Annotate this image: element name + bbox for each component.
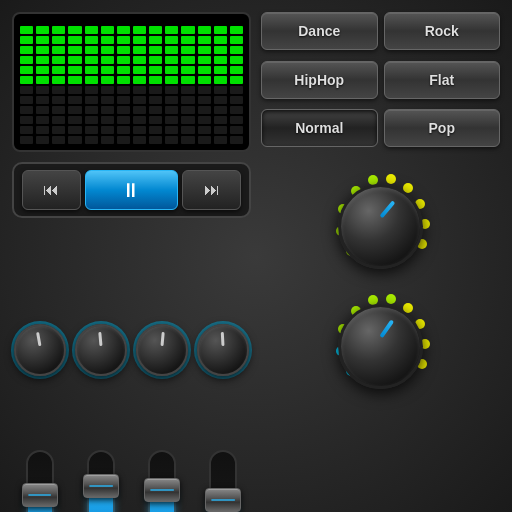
eq-seg: [165, 116, 178, 124]
knob2-wrap: [75, 324, 127, 376]
eq-seg: [52, 26, 65, 34]
eq-seg: [20, 106, 33, 114]
eq-seg: [68, 76, 81, 84]
eq-seg: [36, 136, 49, 144]
eq-seg: [52, 86, 65, 94]
eq-seg: [52, 126, 65, 134]
eq-seg: [133, 96, 146, 104]
eq-seg: [36, 66, 49, 74]
eq-bar-group-3: [68, 26, 81, 144]
preset-btn-dance[interactable]: Dance: [261, 12, 378, 50]
eq-seg: [230, 96, 243, 104]
slider-thumb-2[interactable]: [144, 478, 180, 502]
eq-seg: [198, 96, 211, 104]
preset-btn-hiphop[interactable]: HipHop: [261, 61, 378, 99]
eq-seg: [133, 36, 146, 44]
app-container: DanceRockHipHopFlatNormalPop ⏮ ⏸ ⏭: [0, 0, 512, 512]
eq-bar-group-1: [36, 26, 49, 144]
eq-seg: [52, 116, 65, 124]
eq-seg: [101, 36, 114, 44]
eq-seg: [214, 76, 227, 84]
knob3-wrap: [136, 324, 188, 376]
eq-seg: [133, 76, 146, 84]
eq-bar-group-10: [181, 26, 194, 144]
eq-seg: [68, 26, 81, 34]
preset-btn-normal[interactable]: Normal: [261, 109, 378, 147]
eq-seg: [214, 46, 227, 54]
slider-thumb-line-0: [28, 494, 52, 496]
eq-seg: [20, 56, 33, 64]
next-button[interactable]: ⏭: [182, 170, 241, 210]
slider-track-1[interactable]: [87, 450, 115, 512]
slider-thumb-3[interactable]: [205, 488, 241, 512]
eq-seg: [85, 86, 98, 94]
eq-seg: [214, 126, 227, 134]
small-knob-2[interactable]: [75, 324, 127, 376]
eq-seg: [198, 126, 211, 134]
eq-seg: [68, 66, 81, 74]
eq-seg: [52, 76, 65, 84]
big-knob-bottom-container: [321, 286, 441, 406]
eq-seg: [101, 46, 114, 54]
eq-seg: [20, 96, 33, 104]
eq-seg: [214, 26, 227, 34]
big-knob-top-container: [321, 166, 441, 286]
slider-thumb-1[interactable]: [83, 474, 119, 498]
svg-point-5: [386, 174, 396, 184]
play-pause-button[interactable]: ⏸: [85, 170, 178, 210]
eq-seg: [117, 26, 130, 34]
eq-seg: [20, 76, 33, 84]
eq-seg: [85, 46, 98, 54]
big-knob-top[interactable]: [338, 184, 423, 269]
eq-seg: [165, 66, 178, 74]
slider-thumb-0[interactable]: [22, 483, 58, 507]
eq-seg: [165, 106, 178, 114]
eq-seg: [214, 66, 227, 74]
sliders-row: [12, 420, 251, 512]
eq-seg: [198, 66, 211, 74]
eq-seg: [181, 76, 194, 84]
slider-wrap-1: [87, 420, 115, 512]
knob1-wrap: [14, 324, 66, 376]
eq-seg: [133, 46, 146, 54]
prev-button[interactable]: ⏮: [22, 170, 81, 210]
eq-seg: [133, 26, 146, 34]
slider-track-0[interactable]: [26, 450, 54, 512]
preset-btn-flat[interactable]: Flat: [384, 61, 501, 99]
big-knob-bottom[interactable]: [338, 304, 423, 389]
eq-seg: [52, 96, 65, 104]
small-knob-3[interactable]: [136, 324, 188, 376]
knob4-wrap: [197, 324, 249, 376]
eq-seg: [214, 56, 227, 64]
eq-seg: [198, 36, 211, 44]
preset-btn-pop[interactable]: Pop: [384, 109, 501, 147]
eq-seg: [52, 56, 65, 64]
eq-seg: [214, 106, 227, 114]
eq-seg: [149, 56, 162, 64]
eq-seg: [198, 56, 211, 64]
eq-seg: [117, 76, 130, 84]
slider-wrap-2: [148, 420, 176, 512]
eq-bar-group-4: [85, 26, 98, 144]
eq-bar-group-8: [149, 26, 162, 144]
eq-seg: [117, 86, 130, 94]
slider-track-2[interactable]: [148, 450, 176, 512]
small-knob-1[interactable]: [14, 324, 66, 376]
eq-visualizer: [12, 12, 251, 152]
eq-seg: [36, 126, 49, 134]
eq-seg: [36, 96, 49, 104]
eq-seg: [149, 36, 162, 44]
preset-btn-rock[interactable]: Rock: [384, 12, 501, 50]
eq-seg: [20, 86, 33, 94]
eq-seg: [133, 126, 146, 134]
eq-seg: [181, 96, 194, 104]
eq-seg: [36, 46, 49, 54]
slider-track-3[interactable]: [209, 450, 237, 512]
eq-seg: [68, 36, 81, 44]
eq-seg: [20, 66, 33, 74]
eq-seg: [101, 116, 114, 124]
eq-seg: [85, 136, 98, 144]
eq-seg: [117, 46, 130, 54]
small-knob-4[interactable]: [197, 324, 249, 376]
eq-seg: [68, 126, 81, 134]
